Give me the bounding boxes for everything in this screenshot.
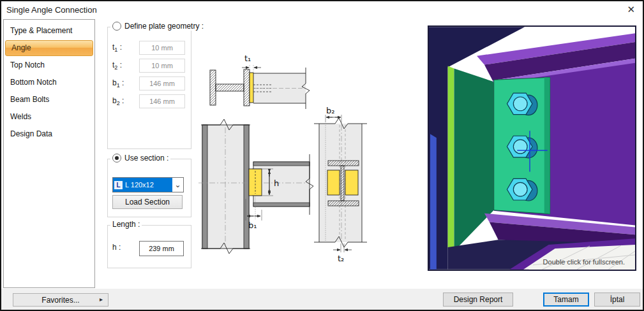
flyout-arrow-icon: ▸ [100,296,103,303]
plate-geometry-group: Define plate geometry : t1 : t2 : b1 : b… [107,27,191,149]
sidebar-item-angle[interactable]: Angle [5,40,93,56]
dim-label-b1: b₁ [248,221,257,230]
window-title: Single Angle Connection [6,5,97,15]
b1-label: b1 : [112,78,124,89]
favorites-button[interactable]: Favorites... ▸ [13,293,109,307]
sidebar-item-type-placement[interactable]: Type & Placement [4,22,94,40]
dim-label-t2: t₂ [338,254,344,263]
sidebar-item-bottom-notch[interactable]: Bottom Notch [4,74,94,91]
t1-label: t1 : [112,43,122,53]
angle-section-icon: L [114,181,123,189]
footer: Favorites... ▸ Design Report Tamam İptal [1,289,643,310]
ok-button[interactable]: Tamam [543,293,589,307]
use-section-group: Use section : L L 120x12 ⌄ Load Section [107,159,191,217]
length-group: Length : h : [107,225,191,268]
model-3d-render [429,27,635,270]
model-3d-viewport[interactable]: Double click for fullscreen. [428,25,636,271]
t2-label: t2 : [112,61,122,71]
sidebar: Type & Placement Angle Top Notch Bottom … [3,19,95,288]
dim-label-b2: b₂ [326,106,334,115]
plate-geometry-label: Define plate geometry : [124,22,204,31]
single-angle-connection-dialog: Single Angle Connection ✕ Type & Placeme… [0,0,644,311]
b1-field[interactable] [139,76,185,90]
cancel-button[interactable]: İptal [594,293,640,307]
sidebar-item-beam-bolts[interactable]: Beam Bolts [4,91,94,108]
load-section-button[interactable]: Load Section [112,195,183,209]
close-icon[interactable]: ✕ [627,4,635,15]
chevron-down-icon[interactable]: ⌄ [172,178,183,192]
sidebar-item-design-data[interactable]: Design Data [4,126,94,143]
viewport-status-text: Double click for fullscreen. [543,258,625,266]
use-section-label: Use section : [124,154,168,163]
dim-label-h: h [274,178,279,188]
technical-drawing: t₁ h [195,34,431,270]
title-bar: Single Angle Connection ✕ [1,1,643,19]
favorites-label: Favorites... [41,296,79,305]
design-report-button[interactable]: Design Report [443,293,513,307]
length-group-label: Length : [112,220,140,229]
section-dropdown[interactable]: L L 120x12 ⌄ [112,177,184,192]
section-dropdown-value: L 120x12 [125,181,154,189]
t1-field[interactable] [139,41,185,55]
t2-field[interactable] [139,59,185,73]
dim-label-t1: t₁ [244,54,251,63]
plate-geometry-radio[interactable] [112,22,121,31]
use-section-radio[interactable] [112,154,121,163]
b2-field[interactable] [139,94,185,108]
b2-label: b2 : [112,96,124,106]
h-label: h : [112,243,121,252]
sidebar-item-top-notch[interactable]: Top Notch [4,57,94,74]
sidebar-item-welds[interactable]: Welds [4,108,94,126]
h-field[interactable] [139,241,184,256]
